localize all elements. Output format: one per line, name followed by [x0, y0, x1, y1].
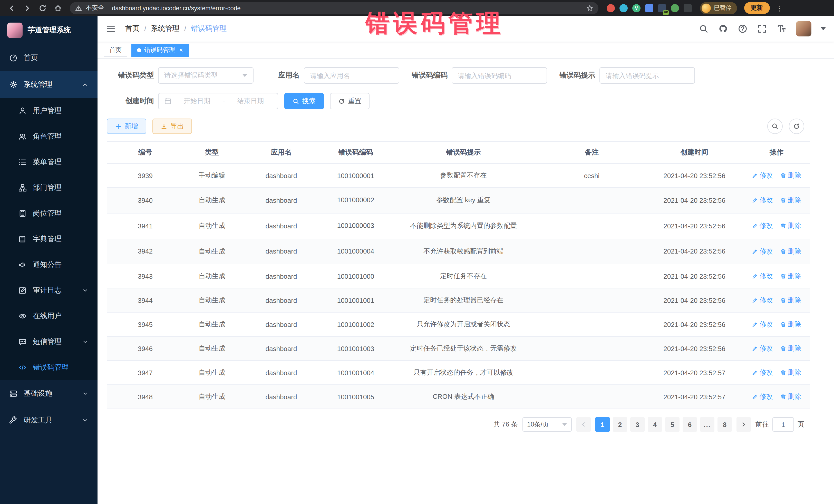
fullscreen-icon[interactable] — [757, 24, 767, 34]
sidebar-item-1[interactable]: 系统管理 — [0, 71, 97, 98]
bookmark-star-icon[interactable] — [586, 4, 593, 12]
sidebar-item-5[interactable]: 部门管理 — [0, 175, 97, 201]
tab-error-code[interactable]: 错误码管理 × — [131, 43, 189, 57]
page-more-button[interactable]: ... — [700, 418, 715, 432]
browser-menu-icon[interactable]: ⋮ — [776, 4, 783, 12]
sidebar-item-10[interactable]: 在线用户 — [0, 303, 97, 329]
sidebar-item-3[interactable]: 角色管理 — [0, 124, 97, 149]
table-row: 3947自动生成dashboard1001001004只有开启状态的任务，才可以… — [107, 361, 810, 385]
delete-link[interactable]: 删除 — [780, 320, 801, 329]
edit-link[interactable]: 修改 — [752, 247, 773, 256]
next-page-button[interactable] — [737, 418, 751, 432]
edit-link[interactable]: 修改 — [752, 344, 773, 353]
edit-link[interactable]: 修改 — [752, 392, 773, 401]
sidebar-item-12[interactable]: 错误码管理 — [0, 355, 97, 380]
cell-type: 自动生成 — [184, 213, 240, 239]
forward-icon[interactable] — [21, 1, 34, 15]
breadcrumb-home[interactable]: 首页 — [125, 24, 139, 34]
error-hint-input[interactable] — [606, 72, 689, 79]
delete-link[interactable]: 删除 — [780, 221, 801, 231]
error-code-input[interactable] — [458, 72, 541, 79]
back-icon[interactable] — [5, 1, 19, 15]
home-icon[interactable] — [51, 1, 65, 15]
sidebar-item-14[interactable]: 研发工具 — [0, 407, 97, 434]
date-range-picker[interactable]: 开始日期 - 结束日期 — [158, 93, 278, 109]
filter-app-label: 应用名 — [278, 71, 300, 80]
page-button[interactable]: 1 — [595, 418, 610, 432]
page-size-select[interactable]: 10条/页 — [523, 418, 572, 432]
cell-type: 自动生成 — [184, 239, 240, 264]
github-icon[interactable] — [718, 24, 728, 34]
avatar[interactable] — [796, 21, 811, 37]
tab-close-icon[interactable]: × — [179, 47, 183, 53]
extension-icon[interactable] — [607, 4, 615, 12]
page-button[interactable]: 6 — [683, 418, 697, 432]
delete-link[interactable]: 删除 — [780, 247, 801, 256]
sidebar-toggle-icon[interactable] — [106, 24, 116, 34]
cell-hint: 参数配置 key 重复 — [389, 188, 538, 213]
search-toggle-button[interactable] — [767, 118, 783, 134]
edit-link[interactable]: 修改 — [752, 272, 773, 281]
page-button[interactable]: 4 — [648, 418, 662, 432]
extension-icon[interactable] — [684, 4, 692, 12]
extension-icon[interactable] — [645, 4, 653, 12]
page-button[interactable]: 3 — [630, 418, 644, 432]
delete-link[interactable]: 删除 — [780, 171, 801, 180]
add-button[interactable]: 新增 — [107, 118, 146, 134]
extension-icon[interactable]: on — [658, 4, 666, 12]
error-type-select[interactable]: 请选择错误码类型 — [158, 67, 254, 84]
page-button[interactable]: 8 — [718, 418, 732, 432]
logo[interactable]: 芋道管理系统 — [0, 16, 97, 45]
profile-badge-label: 已暂停 — [714, 4, 731, 12]
export-button[interactable]: 导出 — [152, 118, 192, 134]
error-code-field[interactable] — [452, 67, 547, 84]
sidebar-item-0[interactable]: 首页 — [0, 45, 97, 71]
edit-link[interactable]: 修改 — [752, 196, 773, 205]
sidebar-item-9[interactable]: 审计日志 — [0, 278, 97, 303]
start-date-placeholder: 开始日期 — [176, 96, 219, 106]
sidebar-item-13[interactable]: 基础设施 — [0, 380, 97, 407]
error-hint-field[interactable] — [599, 67, 695, 84]
font-size-icon[interactable] — [776, 24, 787, 34]
cell-code: 1001001000 — [322, 264, 389, 288]
sidebar-item-7[interactable]: 字典管理 — [0, 226, 97, 252]
cell-code: 1001001001 — [322, 288, 389, 312]
edit-link[interactable]: 修改 — [752, 368, 773, 377]
search-button[interactable]: 搜索 — [284, 93, 324, 109]
reload-icon[interactable] — [36, 1, 49, 15]
app-name-field[interactable] — [304, 67, 399, 84]
reset-button[interactable]: 重置 — [330, 93, 370, 109]
sidebar-item-11[interactable]: 短信管理 — [0, 329, 97, 355]
delete-link[interactable]: 删除 — [780, 344, 801, 353]
delete-link[interactable]: 删除 — [780, 368, 801, 377]
sidebar-item-2[interactable]: 用户管理 — [0, 98, 97, 124]
delete-link[interactable]: 删除 — [780, 196, 801, 205]
extension-icon[interactable]: V — [632, 4, 640, 12]
delete-link[interactable]: 删除 — [780, 296, 801, 305]
breadcrumb-system[interactable]: 系统管理 — [151, 24, 180, 34]
delete-link[interactable]: 删除 — [780, 392, 801, 401]
search-icon[interactable] — [699, 24, 709, 34]
help-icon[interactable] — [738, 24, 748, 34]
edit-link[interactable]: 修改 — [752, 171, 773, 180]
caret-down-icon[interactable] — [821, 27, 826, 30]
sidebar-item-8[interactable]: 通知公告 — [0, 252, 97, 278]
profile-chip[interactable]: 已暂停 — [700, 2, 737, 14]
extension-icon[interactable] — [619, 4, 628, 12]
app-name-input[interactable] — [310, 72, 393, 79]
address-bar[interactable]: 不安全 dashboard.yudao.iocoder.cn/system/er… — [70, 2, 598, 14]
sidebar-item-4[interactable]: 菜单管理 — [0, 149, 97, 175]
update-button[interactable]: 更新 — [744, 2, 770, 14]
delete-link[interactable]: 删除 — [780, 272, 801, 281]
edit-link[interactable]: 修改 — [752, 221, 773, 231]
goto-page-input[interactable] — [772, 418, 794, 432]
tab-home[interactable]: 首页 — [104, 43, 127, 57]
edit-link[interactable]: 修改 — [752, 320, 773, 329]
extension-icon[interactable] — [671, 4, 679, 12]
refresh-button[interactable] — [789, 118, 804, 134]
page-button[interactable]: 5 — [665, 418, 680, 432]
prev-page-button[interactable] — [576, 418, 591, 432]
edit-link[interactable]: 修改 — [752, 296, 773, 305]
sidebar-item-6[interactable]: 岗位管理 — [0, 201, 97, 226]
page-button[interactable]: 2 — [613, 418, 627, 432]
